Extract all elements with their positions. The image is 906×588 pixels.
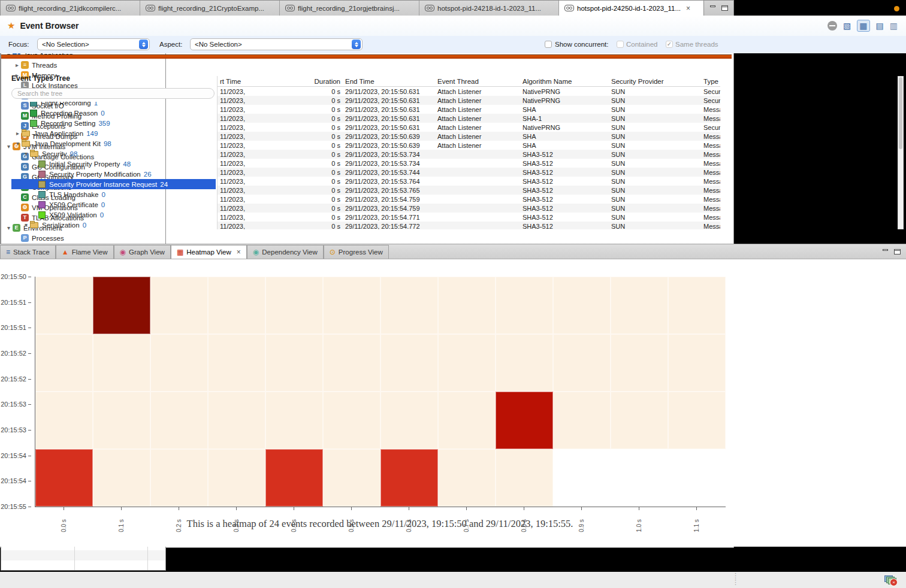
cell-event-thread: Attach Listener (435, 124, 520, 131)
event-type-item[interactable]: Security Property Modification 26 (11, 169, 216, 179)
table-row[interactable]: 11/2023, 0 s 29/11/2023, 20:15:54.759 SH… (218, 195, 720, 204)
event-type-item[interactable]: Initial Security Property 48 (11, 159, 216, 169)
event-type-item[interactable]: ▾ Java Development Kit 98 (11, 138, 216, 148)
table-row[interactable]: 11/2023, 0 s 29/11/2023, 20:15:50.639 At… (218, 141, 720, 150)
cell-type-of-service: Message (701, 223, 720, 230)
table-row[interactable]: 11/2023, 0 s 29/11/2023, 20:15:50.639 At… (218, 132, 720, 141)
dropdown-stepper-icon (139, 40, 148, 49)
minimize-button[interactable] (709, 5, 716, 11)
table-row[interactable]: 11/2023, 0 s 29/11/2023, 20:15:53.744 SH… (218, 168, 720, 177)
close-icon[interactable]: × (686, 4, 690, 13)
table-row[interactable]: 11/2023, 0 s 29/11/2023, 20:15:54.771 SH… (218, 213, 720, 222)
event-type-item[interactable]: Recording Setting 359 (11, 118, 216, 128)
event-type-item[interactable]: Security Provider Instance Request 24 (11, 179, 216, 189)
cell-security-provider: SUN (609, 196, 701, 203)
show-concurrent-checkbox[interactable] (545, 41, 552, 48)
expander-icon[interactable]: ▾ (14, 140, 22, 147)
same-threads-checkbox[interactable]: ✓ (666, 41, 673, 48)
cell-end-time: 29/11/2023, 20:15:54.759 (343, 196, 435, 203)
table-row[interactable]: 11/2023, 0 s 29/11/2023, 20:15:50.631 At… (218, 123, 720, 132)
recording-status-icon[interactable]: × (884, 574, 896, 585)
editor-tab[interactable]: hotspot-pid-24218-id-1-2023_11... (419, 1, 559, 16)
table-row[interactable]: 11/2023, 0 s 29/11/2023, 20:15:53.734 SH… (218, 159, 720, 168)
column-header[interactable]: End Time (343, 78, 435, 85)
event-type-item[interactable]: Flight Recording 1 (11, 102, 216, 108)
cell-duration: 0 s (253, 88, 343, 95)
editor-tab[interactable]: flight_recording_21CryptoExamp... (140, 1, 280, 16)
aspect-select[interactable]: <No Selection> (190, 38, 363, 50)
cell-algorithm-name: SHA3-512 (520, 160, 609, 167)
table-row[interactable]: 11/2023, 0 s 29/11/2023, 20:15:54.759 SH… (218, 204, 720, 213)
view-tab[interactable]: ▦ Heatmap View × (171, 245, 247, 259)
cell-security-provider: SUN (609, 106, 701, 113)
remove-result-icon[interactable] (828, 21, 837, 31)
grid-view-icon[interactable]: ▦ (857, 20, 869, 32)
minimize-button[interactable] (882, 249, 889, 254)
expander-icon[interactable]: ▸ (13, 62, 21, 68)
view-tab-icon: ◉ (120, 248, 126, 256)
time-range-selector[interactable] (1, 54, 732, 59)
column-header[interactable]: Algorithm Name (520, 78, 609, 85)
table-row[interactable]: 11/2023, 0 s 29/11/2023, 20:15:50.631 At… (218, 114, 720, 123)
column-header[interactable]: Duration (253, 78, 343, 85)
cell-start-time: 11/2023, (218, 223, 253, 230)
view-tab[interactable]: ◉ Graph View (114, 245, 171, 259)
heatmap-cell (208, 277, 265, 334)
table-row[interactable]: 11/2023, 0 s 29/11/2023, 20:15:50.631 At… (218, 87, 720, 96)
view-tab[interactable]: ⊙ Progress View (324, 245, 389, 259)
maximize-button[interactable] (894, 249, 901, 254)
heatmap-cell (380, 392, 438, 449)
cell-start-time: 11/2023, (218, 151, 253, 158)
expander-icon[interactable]: ▸ (14, 130, 22, 137)
view-tab[interactable]: ◉ Dependency View (247, 245, 324, 259)
heatmap-cell (150, 277, 208, 334)
resize-handle-dots[interactable]: ⋮⋮ (732, 572, 739, 586)
table-row[interactable]: 11/2023, 0 s 29/11/2023, 20:15:53.765 SH… (218, 186, 720, 195)
editor-tab[interactable]: hotspot-pid-24250-id-1-2023_11... × (559, 1, 704, 16)
column-header[interactable]: Type of S (701, 78, 720, 85)
view-tab[interactable]: ▲ Flame View (56, 245, 114, 259)
table-row[interactable]: 11/2023, 0 s 29/11/2023, 20:15:50.631 At… (218, 96, 720, 105)
expander-icon[interactable]: ▾ (22, 150, 30, 157)
folder-icon (30, 151, 38, 157)
view-tab[interactable]: ≡ Stack Trace (0, 245, 56, 259)
column-header[interactable]: Security Provider (609, 78, 701, 85)
event-type-item[interactable]: ▾ Serialization 0 (11, 220, 216, 230)
cell-type-of-service: Message (701, 205, 720, 212)
table-view-icon[interactable]: ▥ (890, 22, 898, 30)
cell-type-of-service: SecureR (701, 97, 720, 104)
tree-item[interactable]: ▸ ≡ Threads (1, 60, 165, 70)
event-type-item[interactable]: X509 Certificate 0 (11, 199, 216, 210)
table-scrollbar[interactable] (898, 76, 904, 229)
table-row[interactable]: 11/2023, 0 s 29/11/2023, 20:15:50.631 At… (218, 105, 720, 114)
event-count: 48 (123, 160, 131, 168)
recording-wizard-icon[interactable]: ▧ (843, 22, 851, 30)
event-type-item[interactable]: ▾ Security 98 (11, 148, 216, 159)
editor-tab[interactable]: flight_recording_21orgjetbrainsj... (280, 1, 419, 16)
event-type-item[interactable]: ▸ Java Application 149 (11, 128, 216, 138)
event-type-color-swatch (38, 191, 46, 198)
event-type-item[interactable]: TLS Handshake 0 (11, 189, 216, 199)
view-tabbar: ≡ Stack Trace ▲ Flame View ◉ Graph View … (0, 244, 906, 259)
event-type-item[interactable]: Recording Reason 0 (11, 108, 216, 118)
cell-end-time: 29/11/2023, 20:15:53.765 (343, 187, 435, 194)
expander-icon[interactable]: ▾ (22, 222, 30, 228)
cell-start-time: 11/2023, (218, 169, 253, 176)
event-type-item[interactable]: X509 Validation 0 (11, 210, 216, 220)
contained-checkbox[interactable] (617, 41, 624, 48)
recording-file-icon (6, 5, 16, 11)
focus-aspect-bar: Focus: <No Selection> Aspect: <No Select… (0, 36, 906, 53)
table-row[interactable]: 11/2023, 0 s 29/11/2023, 20:15:54.772 SH… (218, 222, 720, 229)
search-input[interactable] (11, 88, 215, 99)
table-row[interactable]: 11/2023, 0 s 29/11/2023, 20:15:53.734 SH… (218, 150, 720, 159)
close-icon[interactable]: × (237, 248, 241, 256)
tree-item[interactable]: P Processes (1, 233, 165, 243)
cell-duration: 0 s (253, 214, 343, 221)
editor-tab[interactable]: flight_recording_21jdkcompilerc... (1, 1, 140, 16)
focus-select[interactable]: <No Selection> (37, 38, 150, 50)
maximize-button[interactable] (721, 5, 728, 11)
list-view-icon[interactable]: ▤ (876, 22, 884, 30)
column-header[interactable]: rt Time (218, 78, 253, 85)
table-row[interactable]: 11/2023, 0 s 29/11/2023, 20:15:53.764 SH… (218, 177, 720, 186)
column-header[interactable]: Event Thread (435, 78, 520, 85)
